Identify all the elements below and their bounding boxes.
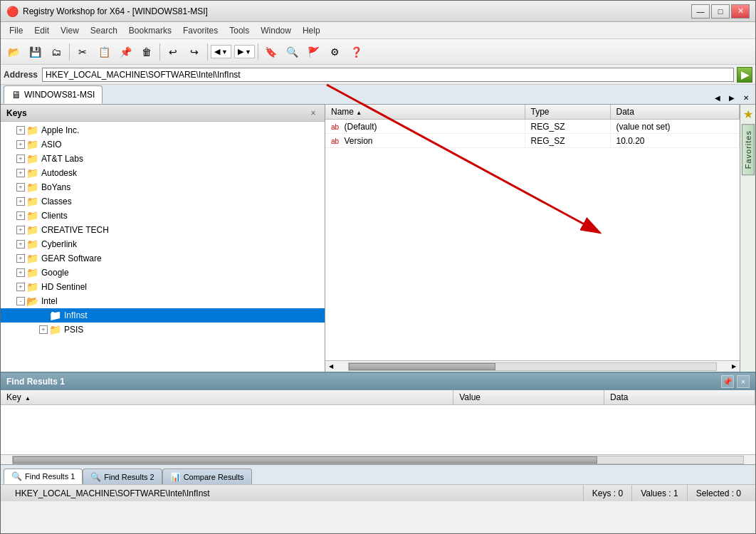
col-type-header[interactable]: Type (525, 105, 610, 120)
tree-item-autodesk[interactable]: 📁 Autodesk (1, 166, 325, 180)
toolbar-settings-btn[interactable]: ⚙ (325, 42, 345, 62)
tree-expander-intel[interactable] (15, 295, 26, 307)
value-row-version[interactable]: ab Version REG_SZ 10.0.20 (325, 134, 740, 148)
tree-item-psis[interactable]: 📁 PSIS (1, 323, 325, 337)
toolbar-search-btn[interactable]: 🔍 (283, 42, 303, 62)
value-row-default[interactable]: ab (Default) REG_SZ (value not set) (325, 120, 740, 134)
toolbar-copy-btn[interactable]: 📋 (94, 42, 114, 62)
toolbar-paste-btn[interactable]: 📌 (115, 42, 135, 62)
address-input[interactable] (42, 68, 734, 82)
status-path: HKEY_LOCAL_MACHINE\SOFTWARE\Intel\InfIns… (6, 485, 584, 501)
maximize-button[interactable]: □ (711, 4, 730, 19)
folder-icon-apple: 📁 (26, 125, 38, 136)
toolbar-cut-btn[interactable]: ✂ (73, 42, 93, 62)
scroll-thumb[interactable] (349, 363, 495, 370)
bottom-tab-compare[interactable]: 📊 Compare Results (162, 468, 252, 484)
menu-tools[interactable]: Tools (224, 24, 255, 37)
toolbar-save2-btn[interactable]: 🗂 (46, 42, 66, 62)
col-name-header[interactable]: Name ▲ (325, 105, 525, 120)
bottom-tab-find2[interactable]: 🔍 Find Results 2 (83, 468, 162, 484)
find-col-value[interactable]: Value (453, 390, 604, 405)
find-col-key[interactable]: Key ▲ (1, 390, 453, 405)
title-bar: 🔴 Registry Workshop for X64 - [WINDOWS81… (1, 1, 755, 22)
toolbar-save-btn[interactable]: 💾 (25, 42, 45, 62)
keys-close-btn[interactable]: × (308, 108, 319, 119)
tree-expander-cyberlink[interactable] (15, 239, 26, 250)
find-results-close-btn[interactable]: × (737, 375, 750, 388)
tree-label-creative: CREATIVE TECH (41, 225, 109, 235)
tree-item-gear[interactable]: 📁 GEAR Software (1, 251, 325, 266)
tree-expander-google[interactable] (15, 267, 26, 278)
tree-item-asio[interactable]: 📁 ASIO (1, 137, 325, 152)
tree-label-autodesk: Autodesk (41, 168, 77, 178)
tree-item-classes[interactable]: 📁 Classes (1, 194, 325, 209)
tree-expander-att[interactable] (15, 153, 26, 164)
tree-expander-creative[interactable] (15, 224, 26, 236)
bottom-tab-find1[interactable]: 🔍 Find Results 1 (4, 468, 83, 484)
toolbar-redo-btn[interactable]: ↪ (184, 42, 204, 62)
tab-prev-btn[interactable]: ◀ (711, 91, 724, 104)
find-col-data[interactable]: Data (604, 390, 755, 405)
menu-favorites[interactable]: Favorites (177, 24, 224, 37)
menu-window[interactable]: Window (255, 24, 297, 37)
tree-expander-gear[interactable] (15, 253, 26, 264)
tab-windows81msi[interactable]: 🖥 WINDOWS81-MSI (4, 85, 103, 104)
toolbar-help-btn[interactable]: ❓ (347, 42, 367, 62)
find-hscrollbar[interactable] (1, 454, 755, 464)
menu-help[interactable]: Help (297, 24, 326, 37)
toolbar-forward-dropdown[interactable]: ▶▼ (234, 45, 255, 58)
tree-item-google[interactable]: 📁 Google (1, 266, 325, 280)
close-button[interactable]: ✕ (731, 4, 750, 19)
toolbar-back-dropdown[interactable]: ◀▼ (211, 45, 231, 58)
menu-edit[interactable]: Edit (28, 24, 55, 37)
tree-label-clients: Clients (41, 211, 68, 221)
minimize-button[interactable]: — (691, 4, 710, 19)
tree-expander-asio[interactable] (15, 139, 26, 150)
scroll-left-btn[interactable]: ◀ (325, 361, 337, 372)
find-results-pin-btn[interactable]: 📌 (721, 375, 734, 388)
find-results-table[interactable]: Key ▲ Value Data (1, 390, 755, 454)
keys-tree[interactable]: 📁 Apple Inc. 📁 ASIO 📁 AT&T Labs 📁 Au (1, 122, 325, 372)
address-go-button[interactable]: ▶ (737, 67, 752, 83)
tree-item-hd[interactable]: 📁 HD Sentinel (1, 280, 325, 294)
menu-search[interactable]: Search (85, 24, 123, 37)
tree-label-hd: HD Sentinel (41, 282, 87, 292)
tree-label-apple: Apple Inc. (41, 125, 79, 135)
toolbar-open-btn[interactable]: 📂 (4, 42, 23, 62)
tree-label-intel: Intel (41, 296, 58, 306)
col-data-header[interactable]: Data (610, 105, 740, 120)
tree-item-intel[interactable]: 📂 Intel (1, 294, 325, 308)
tree-expander-hd[interactable] (15, 281, 26, 293)
find-scroll-track[interactable] (12, 456, 744, 464)
values-hscrollbar[interactable]: ◀ ▶ (325, 360, 740, 372)
toolbar-undo-btn[interactable]: ↩ (163, 42, 183, 62)
tree-expander-apple[interactable] (15, 125, 26, 136)
toolbar-delete-btn[interactable]: 🗑 (137, 42, 157, 62)
tree-item-infinst[interactable]: 📁 InfInst (1, 308, 325, 323)
tree-expander-autodesk[interactable] (15, 167, 26, 179)
menu-bar: File Edit View Search Bookmarks Favorite… (1, 22, 755, 39)
values-table[interactable]: Name ▲ Type Data (325, 105, 740, 360)
tree-expander-boyans[interactable] (15, 182, 26, 193)
tab-close-btn[interactable]: ✕ (740, 91, 752, 104)
scroll-track[interactable] (348, 362, 717, 371)
scroll-right-btn[interactable]: ▶ (728, 361, 740, 372)
menu-file[interactable]: File (4, 24, 28, 37)
tab-next-btn[interactable]: ▶ (725, 91, 738, 104)
tree-item-cyberlink[interactable]: 📁 Cyberlink (1, 237, 325, 251)
tree-expander-classes[interactable] (15, 196, 26, 207)
tree-expander-clients[interactable] (15, 210, 26, 221)
favorites-tab[interactable]: Favorites (742, 124, 755, 175)
toolbar-bookmark-btn[interactable]: 🔖 (261, 42, 281, 62)
tree-item-clients[interactable]: 📁 Clients (1, 209, 325, 223)
toolbar-flag-btn[interactable]: 🚩 (304, 42, 324, 62)
menu-view[interactable]: View (55, 24, 85, 37)
find-scroll-thumb[interactable] (13, 456, 597, 464)
tree-item-apple[interactable]: 📁 Apple Inc. (1, 123, 325, 137)
tree-item-att[interactable]: 📁 AT&T Labs (1, 152, 325, 166)
tab-nav: ◀ ▶ ✕ (711, 91, 752, 104)
tree-item-boyans[interactable]: 📁 BoYans (1, 180, 325, 194)
tree-expander-psis[interactable] (38, 324, 49, 335)
menu-bookmarks[interactable]: Bookmarks (123, 24, 177, 37)
tree-item-creative[interactable]: 📁 CREATIVE TECH (1, 223, 325, 237)
